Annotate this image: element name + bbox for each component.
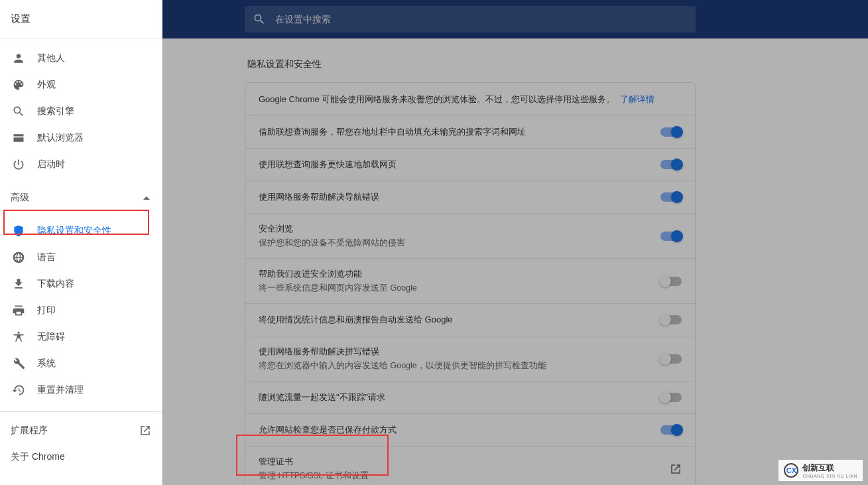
row-title: 安全浏览 <box>259 223 647 235</box>
row-title: 将使用情况统计信息和崩溃报告自动发送给 Google <box>259 314 647 326</box>
person-icon <box>11 50 27 66</box>
sidebar-item-default-browser[interactable]: 默认浏览器 <box>0 125 162 151</box>
row-title: 允许网站检查您是否已保存付款方式 <box>259 424 647 436</box>
sidebar-item-label: 语言 <box>37 251 56 263</box>
toggle-switch[interactable] <box>660 160 682 169</box>
row-intro: Google Chrome 可能会使用网络服务来改善您的浏览体验。不过，您可以选… <box>245 83 695 115</box>
accessibility-icon <box>11 329 27 345</box>
sidebar-item-accessibility[interactable]: 无障碍 <box>0 324 162 350</box>
row-title: 使用联想查询服务更快速地加载网页 <box>259 159 647 171</box>
row-title: 帮助我们改进安全浏览功能 <box>259 268 647 280</box>
section-title: 隐私设置和安全性 <box>245 58 868 70</box>
watermark-brand: 创新互联 <box>802 462 857 474</box>
sidebar-item-label: 打印 <box>37 305 56 316</box>
row-safe-browsing[interactable]: 安全浏览 保护您和您的设备不受危险网站的侵害 <box>245 213 695 258</box>
topbar <box>162 0 868 38</box>
sidebar: 设置 其他人 外观 搜索引擎 默认浏览器 启动时 高级 隐私设置和安全性 <box>0 0 162 485</box>
search-box[interactable] <box>245 6 696 33</box>
sidebar-item-label: 默认浏览器 <box>37 132 84 144</box>
row-subtitle: 管理 HTTPS/SSL 证书和设置 <box>259 470 656 482</box>
wrench-icon <box>11 356 27 372</box>
restore-icon <box>11 382 27 398</box>
row-title: 借助联想查询服务，帮您在地址栏中自动填充未输完的搜索字词和网址 <box>259 126 647 138</box>
sidebar-title: 设置 <box>0 0 162 38</box>
sidebar-item-about[interactable]: 关于 Chrome <box>0 444 162 470</box>
toggle-switch[interactable] <box>660 354 682 364</box>
sidebar-item-label: 关于 Chrome <box>11 451 65 463</box>
row-text: Google Chrome 可能会使用网络服务来改善您的浏览体验。不过，您可以选… <box>259 94 682 105</box>
sidebar-item-label: 其他人 <box>37 52 65 64</box>
toggle-switch[interactable] <box>660 277 682 286</box>
sidebar-advanced-label: 高级 <box>11 192 29 204</box>
sidebar-item-label: 扩展程序 <box>11 425 48 437</box>
row-payment-check[interactable]: 允许网站检查您是否已保存付款方式 <box>245 413 695 446</box>
open-external-icon <box>670 463 682 475</box>
toggle-switch[interactable] <box>660 393 682 402</box>
search-icon <box>253 13 266 26</box>
sidebar-item-extensions[interactable]: 扩展程序 <box>0 417 162 444</box>
settings-card: Google Chrome 可能会使用网络服务来改善您的浏览体验。不过，您可以选… <box>245 82 696 485</box>
sidebar-item-appearance[interactable]: 外观 <box>0 72 162 98</box>
row-usage-stats[interactable]: 将使用情况统计信息和崩溃报告自动发送给 Google <box>245 303 695 336</box>
row-autocomplete[interactable]: 借助联想查询服务，帮您在地址栏中自动填充未输完的搜索字词和网址 <box>245 115 695 148</box>
learn-more-link[interactable]: 了解详情 <box>620 94 654 104</box>
sidebar-item-people[interactable]: 其他人 <box>0 45 162 72</box>
search-icon <box>11 104 27 119</box>
sidebar-item-label: 外观 <box>37 79 56 91</box>
row-title: Google Chrome 可能会使用网络服务来改善您的浏览体验。不过，您可以选… <box>259 94 615 104</box>
row-prefetch[interactable]: 使用联想查询服务更快速地加载网页 <box>245 148 695 180</box>
main-area: 隐私设置和安全性 Google Chrome 可能会使用网络服务来改善您的浏览体… <box>162 0 868 485</box>
row-title: 使用网络服务帮助解决导航错误 <box>259 191 647 203</box>
sidebar-item-print[interactable]: 打印 <box>0 297 162 324</box>
sidebar-item-language[interactable]: 语言 <box>0 244 162 271</box>
power-icon <box>11 157 27 173</box>
print-icon <box>11 303 27 318</box>
toggle-switch[interactable] <box>660 425 682 435</box>
shield-icon <box>11 223 27 239</box>
sidebar-item-search-engine[interactable]: 搜索引擎 <box>0 98 162 125</box>
sidebar-item-privacy[interactable]: 隐私设置和安全性 <box>0 218 162 244</box>
sidebar-item-reset[interactable]: 重置并清理 <box>0 377 162 403</box>
sidebar-advanced-list: 隐私设置和安全性 语言 下载内容 打印 无障碍 系统 重置并清理 <box>0 211 162 403</box>
sidebar-divider <box>0 411 162 412</box>
row-do-not-track[interactable]: 随浏览流量一起发送"不跟踪"请求 <box>245 381 695 413</box>
content: 隐私设置和安全性 Google Chrome 可能会使用网络服务来改善您的浏览体… <box>162 38 868 485</box>
row-subtitle: 将您在浏览器中输入的内容发送给 Google，以便提供更智能的拼写检查功能 <box>259 360 647 372</box>
row-title: 管理证书 <box>259 456 656 468</box>
row-title: 随浏览流量一起发送"不跟踪"请求 <box>259 391 647 403</box>
open-external-icon <box>139 425 151 437</box>
sidebar-item-downloads[interactable]: 下载内容 <box>0 271 162 297</box>
download-icon <box>11 276 27 292</box>
sidebar-item-label: 下载内容 <box>37 278 74 290</box>
row-spellcheck[interactable]: 使用网络服务帮助解决拼写错误 将您在浏览器中输入的内容发送给 Google，以便… <box>245 336 695 381</box>
palette-icon <box>11 77 27 93</box>
browser-icon <box>11 130 27 146</box>
sidebar-item-label: 重置并清理 <box>37 384 84 396</box>
sidebar-item-label: 搜索引擎 <box>37 105 74 117</box>
sidebar-item-label: 无障碍 <box>37 331 65 343</box>
globe-icon <box>11 249 27 265</box>
row-title: 使用网络服务帮助解决拼写错误 <box>259 346 647 358</box>
search-input[interactable] <box>275 14 688 25</box>
sidebar-basic-list: 其他人 外观 搜索引擎 默认浏览器 启动时 <box>0 38 162 178</box>
toggle-switch[interactable] <box>660 315 682 324</box>
sidebar-advanced-toggle[interactable]: 高级 <box>0 184 162 211</box>
watermark: CX 创新互联 CHUANG XIN HU LIAN <box>778 460 863 481</box>
row-manage-certs[interactable]: 管理证书 管理 HTTPS/SSL 证书和设置 <box>245 446 695 485</box>
chevron-up-icon <box>143 196 150 200</box>
sidebar-item-label: 隐私设置和安全性 <box>37 225 111 237</box>
row-subtitle: 将一些系统信息和网页内容发送至 Google <box>259 283 647 294</box>
watermark-sub: CHUANG XIN HU LIAN <box>802 474 857 478</box>
row-improve-safe-browsing[interactable]: 帮助我们改进安全浏览功能 将一些系统信息和网页内容发送至 Google <box>245 258 695 303</box>
row-subtitle: 保护您和您的设备不受危险网站的侵害 <box>259 238 647 249</box>
watermark-logo: CX <box>784 463 798 478</box>
sidebar-item-label: 启动时 <box>37 159 65 171</box>
sidebar-item-label: 系统 <box>37 358 56 370</box>
sidebar-item-system[interactable]: 系统 <box>0 350 162 377</box>
toggle-switch[interactable] <box>660 127 682 137</box>
row-nav-error[interactable]: 使用网络服务帮助解决导航错误 <box>245 180 695 213</box>
toggle-switch[interactable] <box>660 232 682 241</box>
toggle-switch[interactable] <box>660 192 682 202</box>
sidebar-item-on-startup[interactable]: 启动时 <box>0 151 162 178</box>
